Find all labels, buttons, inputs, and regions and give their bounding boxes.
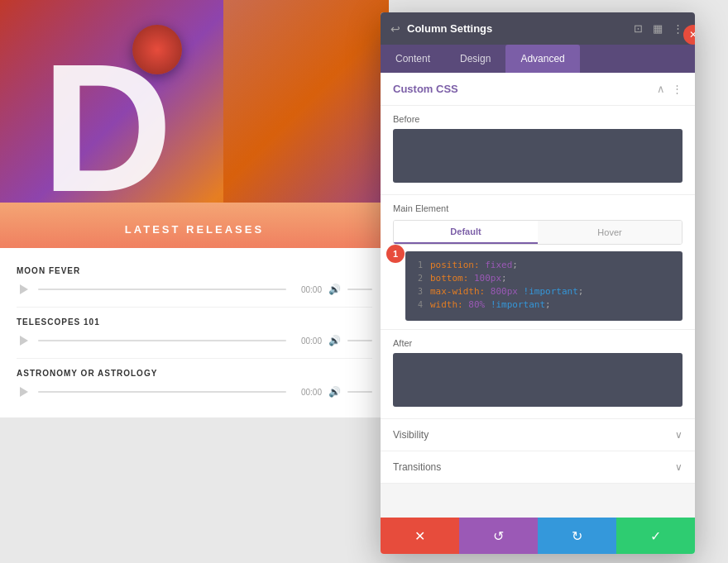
progress-bar <box>38 391 286 393</box>
audio-player: 00:00 🔊 <box>17 333 372 348</box>
code-text: max-width: 800px !important; <box>430 286 583 297</box>
audio-player: 00:00 🔊 <box>17 282 372 297</box>
track-name: ASTRONOMY OR ASTROLOGY <box>17 369 372 378</box>
code-editor-container: 1 1 position: fixed; 2 <box>393 251 682 321</box>
panel-title: Column Settings <box>407 22 492 35</box>
panel-title-area: ↩ Column Settings <box>390 22 492 36</box>
transitions-chevron-icon: ∨ <box>675 461 682 473</box>
collapse-icon[interactable]: ∧ <box>657 83 665 95</box>
default-tab-button[interactable]: Default <box>394 221 538 244</box>
volume-icon: 🔊 <box>328 284 341 295</box>
progress-bar <box>38 289 286 290</box>
track-name: TELESCOPES 101 <box>17 317 372 327</box>
code-text: bottom: 100px; <box>430 273 507 284</box>
play-button[interactable] <box>17 282 31 297</box>
main-element-label: Main Element <box>393 203 682 213</box>
code-line-1: 1 position: fixed; <box>418 260 674 270</box>
line-num: 1 <box>418 260 430 270</box>
line-num: 3 <box>418 287 430 296</box>
section-more-icon[interactable]: ⋮ <box>672 83 682 95</box>
section-title: Custom CSS <box>393 83 458 95</box>
visibility-chevron-icon: ∨ <box>675 429 682 441</box>
time-display: 00:00 <box>293 388 322 397</box>
time-display: 00:00 <box>293 336 322 346</box>
panel-header: ↩ Column Settings ⊡ ▦ ⋮ <box>381 12 695 45</box>
music-list: MOON FEVER 00:00 🔊 TELESCOPES 101 00:00 … <box>0 248 389 417</box>
before-label: Before <box>393 114 682 124</box>
line-num: 2 <box>418 274 430 283</box>
save-button[interactable]: ✓ <box>616 518 695 554</box>
css-code-area[interactable]: 1 position: fixed; 2 bottom: 100px; <box>405 251 682 321</box>
hero-right-decoration <box>223 0 389 203</box>
line-num: 4 <box>418 300 430 309</box>
code-line-2: 2 bottom: 100px; <box>418 273 674 284</box>
after-label: After <box>393 338 682 348</box>
custom-css-section: Custom CSS ∧ ⋮ Before Main Element Defau… <box>381 73 695 419</box>
hover-tab-button[interactable]: Hover <box>538 221 682 244</box>
line-number-badge: 1 <box>386 245 405 263</box>
panel-header-icons: ⊡ ▦ ⋮ <box>632 21 685 36</box>
after-field-group: After <box>381 330 695 419</box>
audio-player: 00:00 🔊 <box>17 384 372 399</box>
hero-area: D <box>0 0 389 203</box>
play-button[interactable] <box>17 333 31 348</box>
panel-footer: ✕ ↺ ↻ ✓ <box>381 518 695 554</box>
after-textarea[interactable] <box>393 353 682 407</box>
code-lines: 1 position: fixed; 2 bottom: 100px; <box>405 260 674 310</box>
code-text: width: 80% !important; <box>430 299 551 310</box>
section-header-icons: ∧ ⋮ <box>657 83 682 95</box>
redo-button[interactable]: ↻ <box>538 518 616 554</box>
volume-bar <box>347 391 372 393</box>
cancel-button[interactable]: ✕ <box>381 518 459 554</box>
section-header: Custom CSS ∧ ⋮ <box>381 73 695 106</box>
website-background: D LATEST RELEASES MOON FEVER 00:00 🔊 TEL… <box>0 0 389 563</box>
before-field-group: Before <box>381 106 695 195</box>
toggle-buttons: Default Hover <box>393 220 682 245</box>
volume-bar <box>347 289 372 290</box>
back-icon[interactable]: ↩ <box>390 22 400 36</box>
columns-icon[interactable]: ▦ <box>651 21 664 36</box>
code-line-4: 4 width: 80% !important; <box>418 299 674 310</box>
code-line-3: 3 max-width: 800px !important; <box>418 286 674 297</box>
panel-content: Custom CSS ∧ ⋮ Before Main Element Defau… <box>381 73 695 518</box>
settings-panel: ✕ ↩ Column Settings ⊡ ▦ ⋮ Content Design… <box>381 12 695 554</box>
list-item: ASTRONOMY OR ASTROLOGY 00:00 🔊 <box>17 359 372 409</box>
transitions-label: Transitions <box>393 461 441 473</box>
volume-icon: 🔊 <box>328 386 341 398</box>
reset-button[interactable]: ↺ <box>459 518 538 554</box>
hero-letter: D <box>41 37 173 203</box>
progress-bar <box>38 340 286 341</box>
tab-design[interactable]: Design <box>445 45 505 73</box>
volume-icon: 🔊 <box>328 335 341 346</box>
panel-tabs: Content Design Advanced <box>381 45 695 73</box>
code-text: position: fixed; <box>430 260 518 270</box>
list-item: TELESCOPES 101 00:00 🔊 <box>17 308 372 359</box>
tab-advanced[interactable]: Advanced <box>505 45 579 73</box>
visibility-section[interactable]: Visibility ∨ <box>381 419 695 451</box>
before-textarea[interactable] <box>393 129 682 183</box>
main-element-section: Main Element Default Hover 1 1 position:… <box>381 195 695 330</box>
time-display: 00:00 <box>293 285 322 294</box>
list-item: MOON FEVER 00:00 🔊 <box>17 256 372 308</box>
transitions-section[interactable]: Transitions ∨ <box>381 451 695 484</box>
play-button[interactable] <box>17 384 31 399</box>
track-name: MOON FEVER <box>17 266 372 275</box>
tab-content[interactable]: Content <box>381 45 445 73</box>
volume-bar <box>347 340 372 341</box>
latest-releases-section: LATEST RELEASES <box>0 203 389 248</box>
visibility-label: Visibility <box>393 429 429 441</box>
fullscreen-icon[interactable]: ⊡ <box>632 21 644 36</box>
latest-releases-title: LATEST RELEASES <box>17 223 372 236</box>
